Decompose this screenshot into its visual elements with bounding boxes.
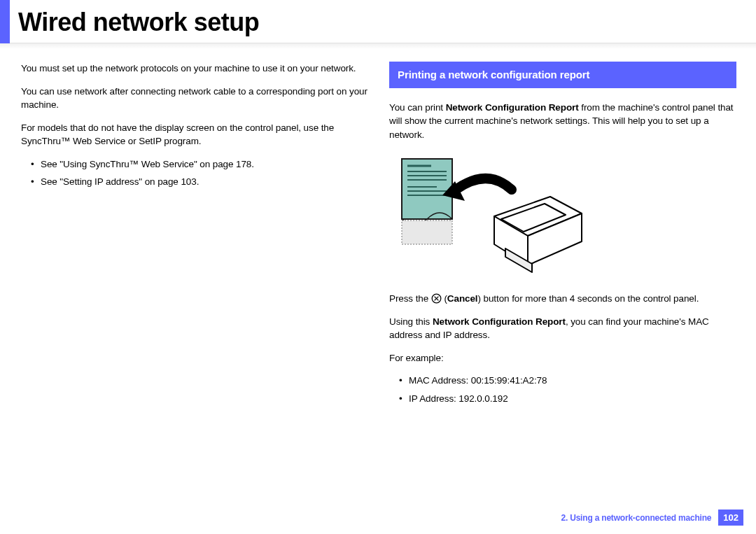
- svg-rect-8: [402, 220, 452, 244]
- intro-paragraph-1: You must set up the network protocols on…: [21, 62, 368, 76]
- bold-term: Network Configuration Report: [433, 316, 566, 327]
- header-divider-shadow: [0, 43, 756, 49]
- page-title: Wired network setup: [18, 8, 259, 37]
- press-cancel-instruction: Press the (Cancel) button for more than …: [389, 292, 736, 306]
- report-usage-paragraph: Using this Network Configuration Report,…: [389, 315, 736, 342]
- left-column: You must set up the network protocols on…: [21, 62, 368, 409]
- printer-report-illustration: [389, 153, 592, 279]
- example-item: IP Address: 192.0.0.192: [399, 392, 736, 406]
- intro-paragraph-3: For models that do not have the display …: [21, 121, 368, 148]
- reference-item: See "Using SyncThru™ Web Service" on pag…: [31, 157, 368, 171]
- for-example-label: For example:: [389, 351, 736, 365]
- right-column: Printing a network configuration report …: [389, 62, 736, 409]
- reference-item: See "Setting IP address" on page 103.: [31, 175, 368, 189]
- text: You can print: [389, 102, 446, 113]
- example-list: MAC Address: 00:15:99:41:A2:78 IP Addres…: [389, 374, 736, 405]
- footer-chapter: 2. Using a network-connected machine: [561, 513, 711, 523]
- bold-term: Network Configuration Report: [446, 102, 579, 113]
- cancel-icon: [431, 293, 442, 304]
- bold-term: Cancel: [447, 293, 478, 304]
- page-footer: 2. Using a network-connected machine 102: [561, 510, 743, 526]
- header-accent-tab: [0, 0, 10, 43]
- section-heading: Printing a network configuration report: [389, 62, 736, 88]
- text: Using this: [389, 316, 433, 327]
- report-intro-paragraph: You can print Network Configuration Repo…: [389, 101, 736, 142]
- reference-list: See "Using SyncThru™ Web Service" on pag…: [21, 157, 368, 189]
- text: Press the: [389, 293, 431, 304]
- example-item: MAC Address: 00:15:99:41:A2:78: [399, 374, 736, 388]
- page-body: You must set up the network protocols on…: [0, 57, 756, 409]
- footer-page-number: 102: [718, 510, 743, 526]
- text: ) button for more than 4 seconds on the …: [478, 293, 699, 304]
- svg-rect-0: [402, 159, 452, 219]
- page-header: Wired network setup: [0, 0, 756, 43]
- intro-paragraph-2: You can use network after connecting net…: [21, 85, 368, 112]
